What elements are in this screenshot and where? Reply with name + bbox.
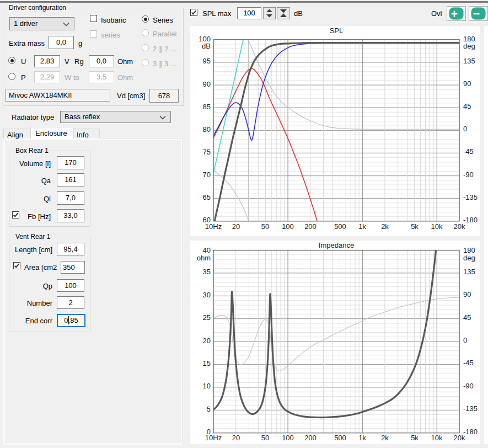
svg-text:ohm: ohm <box>197 254 211 262</box>
svg-text:-45: -45 <box>463 147 474 156</box>
svg-text:10k: 10k <box>431 434 443 442</box>
svg-text:50: 50 <box>261 222 269 231</box>
svg-text:20: 20 <box>203 337 211 345</box>
svg-text:135: 135 <box>463 57 475 65</box>
svg-text:-180: -180 <box>463 216 478 224</box>
svg-text:1k: 1k <box>358 222 366 231</box>
svg-text:-90: -90 <box>463 170 474 179</box>
svg-text:2k: 2k <box>381 434 389 442</box>
svg-text:45: 45 <box>463 102 471 110</box>
svg-text:10k: 10k <box>431 222 443 231</box>
svg-text:5: 5 <box>207 405 211 413</box>
svg-text:0: 0 <box>463 125 467 133</box>
svg-text:85: 85 <box>203 103 211 111</box>
svg-text:-135: -135 <box>463 193 478 201</box>
svg-text:1k: 1k <box>358 434 366 442</box>
svg-text:200: 200 <box>304 434 317 442</box>
svg-text:20k: 20k <box>454 222 465 231</box>
svg-text:100: 100 <box>282 222 294 231</box>
svg-text:90: 90 <box>463 79 471 88</box>
svg-text:30: 30 <box>203 291 211 299</box>
svg-text:180: 180 <box>463 246 475 254</box>
svg-text:500: 500 <box>334 222 346 231</box>
svg-text:deg: deg <box>463 254 475 262</box>
svg-text:10Hz: 10Hz <box>205 434 222 442</box>
svg-text:5k: 5k <box>411 434 419 442</box>
svg-text:-90: -90 <box>463 382 474 390</box>
svg-text:-45: -45 <box>463 359 474 367</box>
svg-text:deg: deg <box>463 42 475 50</box>
svg-text:-180: -180 <box>463 428 478 436</box>
svg-text:50: 50 <box>261 434 269 442</box>
svg-text:200: 200 <box>304 222 317 231</box>
svg-text:2k: 2k <box>381 222 389 231</box>
svg-text:40: 40 <box>203 246 211 254</box>
svg-text:500: 500 <box>334 434 346 442</box>
svg-text:90: 90 <box>203 80 211 88</box>
svg-text:65: 65 <box>203 193 211 201</box>
svg-text:10Hz: 10Hz <box>205 222 222 231</box>
svg-text:20: 20 <box>232 222 240 231</box>
svg-text:100: 100 <box>282 434 294 442</box>
svg-text:135: 135 <box>463 268 475 276</box>
svg-text:45: 45 <box>463 313 471 322</box>
svg-text:10: 10 <box>203 382 211 390</box>
svg-text:5k: 5k <box>411 222 419 231</box>
svg-text:SPL: SPL <box>330 26 344 35</box>
svg-text:35: 35 <box>203 268 211 276</box>
svg-text:80: 80 <box>203 125 211 134</box>
svg-text:Impedance: Impedance <box>319 241 354 249</box>
svg-text:dB: dB <box>202 42 211 50</box>
svg-text:75: 75 <box>203 148 211 156</box>
svg-text:20k: 20k <box>454 434 465 442</box>
svg-text:95: 95 <box>203 57 211 65</box>
svg-text:0: 0 <box>463 336 467 344</box>
svg-text:20: 20 <box>232 434 240 442</box>
svg-text:-135: -135 <box>463 404 478 413</box>
svg-text:15: 15 <box>203 359 211 367</box>
svg-text:70: 70 <box>203 170 211 179</box>
svg-text:90: 90 <box>463 290 471 298</box>
svg-text:25: 25 <box>203 313 211 322</box>
